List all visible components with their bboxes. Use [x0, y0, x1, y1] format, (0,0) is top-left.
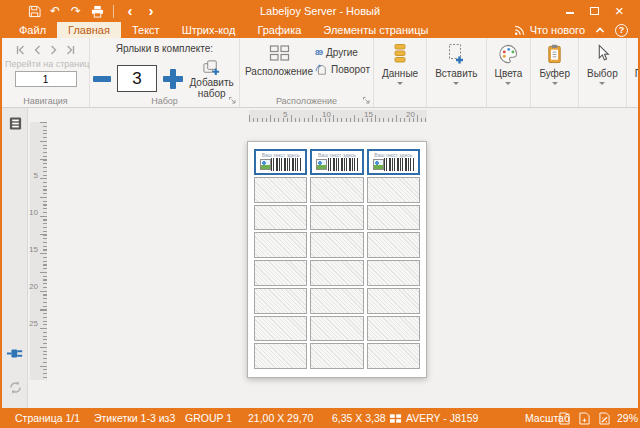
group-select: Выбор — [579, 38, 627, 107]
label-cell-empty[interactable] — [367, 177, 420, 203]
group-layout: Расположение 89 Другие Поворот Расположе… — [240, 38, 374, 107]
group-set: Ярлыки в комплекте: 3 Добавить набор Наб… — [90, 38, 240, 107]
data-button[interactable]: Данные — [377, 40, 423, 95]
decrease-count-button[interactable] — [93, 76, 111, 82]
increase-count-button[interactable] — [163, 69, 181, 89]
database-icon — [390, 43, 410, 65]
group-advanced: Продвинутый — [627, 38, 638, 107]
zoom-fit-width-icon[interactable] — [579, 408, 590, 428]
back-icon[interactable] — [122, 3, 138, 19]
hruler-number: 20 — [406, 110, 415, 119]
tab-graphics[interactable]: Графика — [246, 22, 312, 38]
label-cell-empty[interactable] — [367, 260, 420, 286]
label-cell-empty[interactable] — [310, 316, 363, 342]
whats-new-button[interactable]: Что нового — [514, 24, 585, 36]
select-label: Выбор — [587, 68, 618, 79]
label-cell-empty[interactable] — [367, 288, 420, 314]
label-cell-empty[interactable] — [254, 316, 307, 342]
buffer-button[interactable]: Буфер — [534, 40, 575, 95]
page-number-input[interactable] — [15, 71, 77, 87]
layout-label: Расположение — [245, 66, 313, 77]
pages-panel-icon[interactable] — [6, 114, 24, 132]
label-cell-empty[interactable] — [310, 232, 363, 258]
label-sheet[interactable]: Ваш текст здесьВаш текст здесьВаш текст … — [247, 141, 427, 378]
tab-barcode[interactable]: Штрих-код — [171, 22, 247, 38]
next-page-icon[interactable] — [50, 45, 57, 55]
label-cell-empty[interactable] — [367, 232, 420, 258]
label-cell-filled[interactable]: Ваш текст здесь — [254, 149, 307, 175]
advanced-button[interactable]: Продвинутый — [630, 40, 638, 95]
forward-icon[interactable] — [143, 3, 159, 19]
label-cell-empty[interactable] — [367, 205, 420, 231]
layout-dialog-launcher-icon[interactable] — [362, 96, 371, 105]
add-set-icon — [202, 58, 221, 77]
label-cell-empty[interactable] — [310, 288, 363, 314]
template-selector[interactable]: AVERY - J8159 — [389, 408, 478, 428]
set-dialog-launcher-icon[interactable] — [228, 96, 237, 105]
close-button[interactable] — [609, 2, 630, 20]
dropdown-arrow-icon — [453, 82, 459, 88]
label-cell-empty[interactable] — [310, 343, 363, 369]
label-cell-empty[interactable] — [254, 177, 307, 203]
dropdown-arrow-icon — [552, 82, 558, 88]
vruler-number: 5 — [34, 171, 38, 180]
insert-label: Вставить — [435, 68, 477, 79]
label-cell-empty[interactable] — [310, 177, 363, 203]
others-button[interactable]: 89 Другие — [315, 47, 370, 58]
group-buffer: Буфер — [531, 38, 579, 107]
select-button[interactable]: Выбор — [582, 40, 623, 95]
set-count-value[interactable]: 3 — [117, 65, 157, 92]
label-cell-filled[interactable]: Ваш текст здесь — [310, 149, 363, 175]
label-cell-empty[interactable] — [254, 260, 307, 286]
save-icon[interactable] — [26, 3, 42, 19]
layout-button[interactable]: Расположение — [243, 41, 315, 77]
quick-access-toolbar — [2, 3, 159, 19]
redo-icon[interactable] — [68, 3, 84, 19]
tab-page-elements[interactable]: Элементы страницы — [312, 22, 439, 38]
group-colors: Цвета — [487, 38, 532, 107]
undo-icon[interactable] — [47, 3, 63, 19]
last-page-icon[interactable] — [66, 45, 75, 55]
zoom-custom-icon[interactable] — [599, 408, 610, 428]
tab-home[interactable]: Главная — [57, 22, 121, 38]
label-cell-empty[interactable] — [254, 205, 307, 231]
vruler-number: 20 — [29, 282, 38, 291]
zoom-page-icon[interactable] — [559, 408, 570, 428]
template-grid-icon — [389, 412, 402, 425]
canvas-area: 5 10 15 20 25 5 10 15 20 Ваш текст здесь… — [2, 108, 638, 408]
maximize-button[interactable] — [584, 2, 605, 20]
minimize-icon — [566, 12, 574, 14]
label-cell-empty[interactable] — [254, 232, 307, 258]
group-label-navigation: Навигация — [2, 95, 89, 107]
minimize-button[interactable] — [559, 2, 580, 20]
print-icon[interactable] — [89, 3, 105, 19]
hruler-number: 15 — [364, 110, 373, 119]
label-cell-empty[interactable] — [367, 316, 420, 342]
tab-file[interactable]: Файл — [8, 22, 57, 38]
colors-button[interactable]: Цвета — [490, 40, 528, 95]
rotate-button[interactable]: Поворот — [315, 63, 370, 76]
first-page-icon[interactable] — [16, 45, 25, 55]
maximize-icon — [590, 7, 599, 15]
label-cell-empty[interactable] — [367, 343, 420, 369]
horizontal-ruler: 5 10 15 20 — [249, 110, 427, 122]
group-navigation: Перейти на страницу Навигация — [2, 38, 90, 107]
help-icon[interactable] — [615, 24, 628, 37]
collapse-ribbon-icon[interactable] — [595, 26, 605, 34]
status-labels-range: Этикетки 1-3 из3 — [94, 408, 175, 428]
label-cell-filled[interactable]: Ваш текст здесь — [367, 149, 420, 175]
label-cell-empty[interactable] — [310, 260, 363, 286]
vruler-number: 10 — [29, 208, 38, 217]
refresh-icon[interactable] — [6, 378, 24, 396]
prev-page-icon[interactable] — [34, 45, 41, 55]
hruler-number: 5 — [283, 110, 287, 119]
zoom-value: 29% — [617, 408, 638, 428]
palette-icon — [498, 43, 519, 65]
plug-icon[interactable] — [6, 344, 24, 362]
label-cell-empty[interactable] — [254, 288, 307, 314]
insert-button[interactable]: Вставить — [430, 40, 482, 95]
label-cell-empty[interactable] — [310, 205, 363, 231]
add-set-button[interactable]: Добавить набор — [187, 58, 236, 99]
label-cell-empty[interactable] — [254, 343, 307, 369]
tab-text[interactable]: Текст — [121, 22, 171, 38]
